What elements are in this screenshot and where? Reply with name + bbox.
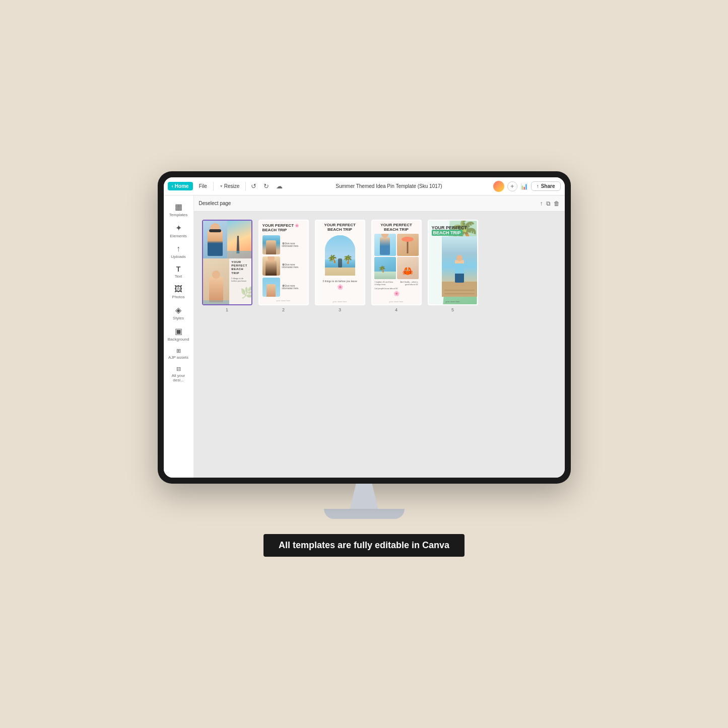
page-thumb-inner-2: YOUR PERFECT 🌸 BEACH TRIP: [258, 220, 309, 305]
sidebar-item-allyour[interactable]: ⊟ All your desi...: [165, 363, 191, 385]
page2-photo-1: ① Give more information here.: [262, 235, 305, 254]
delete-button[interactable]: 🗑: [554, 200, 560, 207]
add-user-button[interactable]: +: [507, 181, 517, 191]
sidebar-item-photos[interactable]: 🖼 Photos: [165, 282, 191, 302]
page-number-1: 1: [226, 307, 228, 312]
page4-cell-4: 🦀: [397, 257, 419, 279]
topbar: ‹ Home File Resize ↺ ↻ ☁ Summer Themed I…: [164, 177, 565, 195]
cloud-button[interactable]: ☁: [274, 181, 285, 191]
page-thumb-4[interactable]: YOUR PERFECT BEACH TRIP: [371, 220, 422, 312]
page2-photo-3: ③ Give more information here.: [262, 278, 305, 297]
ajp-icon: ⊞: [176, 348, 181, 354]
page2-name: your name here: [259, 298, 308, 303]
page-thumb-5[interactable]: 🌴 YOUR PERFECT BEACH TRIP: [428, 220, 478, 312]
page3-arch: 🌴 🌴: [325, 235, 355, 276]
share-button[interactable]: ↑ Share: [531, 181, 561, 191]
page-thumb-inner-3: YOUR PERFECT BEACH TRIP: [315, 220, 365, 305]
canvas-area: Deselect page ↑ ⧉ 🗑: [194, 195, 565, 478]
page1-design: 🌿: [203, 221, 251, 304]
page-thumb-inner-5: 🌴 YOUR PERFECT BEACH TRIP: [428, 220, 478, 305]
monitor-screen: ‹ Home File Resize ↺ ↻ ☁ Summer Themed I…: [164, 177, 565, 478]
chevron-left-icon: ‹: [172, 183, 173, 189]
page3-title: YOUR PERFECT BEACH TRIP: [316, 221, 364, 233]
page2-photo-2: ② Give more information here.: [262, 256, 305, 276]
templates-icon: ▦: [175, 202, 182, 212]
page1-left-bottom: [203, 258, 230, 304]
page2-title: YOUR PERFECT 🌸 BEACH TRIP: [262, 224, 305, 233]
redo-button[interactable]: ↻: [261, 181, 271, 191]
page2-flower: 🌸: [295, 224, 299, 227]
resize-button[interactable]: Resize: [217, 182, 243, 190]
page-thumb-2[interactable]: YOUR PERFECT 🌸 BEACH TRIP: [258, 220, 309, 312]
topbar-right: + 📊 ↑ Share: [493, 181, 561, 192]
chart-button[interactable]: 📊: [520, 183, 528, 190]
file-label: File: [199, 183, 207, 189]
page1-photo-top-left: [203, 221, 227, 258]
page4-title: YOUR PERFECT BEACH TRIP: [372, 221, 421, 234]
pages-row: 🌿: [202, 220, 557, 312]
page-number-5: 5: [451, 307, 454, 312]
page4-cell-3: 🌴: [374, 257, 396, 279]
sidebar-item-text[interactable]: T Text: [165, 262, 191, 281]
home-label: Home: [175, 183, 189, 189]
avatar: [493, 181, 504, 192]
photos-icon: 🖼: [174, 285, 182, 294]
elements-label: Elements: [170, 234, 186, 238]
home-button[interactable]: ‹ Home: [168, 182, 193, 190]
sidebar-item-background[interactable]: ▣ Background: [165, 324, 191, 344]
page-thumb-inner-1: 🌿: [202, 220, 252, 305]
page-number-4: 4: [395, 307, 398, 312]
page2-photos: ① Give more information here.: [259, 234, 308, 299]
page4-photo-grid: 🌴 🦀: [372, 234, 421, 279]
topbar-divider-2: [245, 182, 246, 191]
export-button[interactable]: ↑: [540, 200, 543, 207]
page5-name: your name here: [429, 300, 477, 303]
page-thumb-1[interactable]: 🌿: [202, 220, 252, 312]
sidebar-item-styles[interactable]: ◈ Styles: [165, 303, 191, 323]
canvas-scroll[interactable]: 🌿: [194, 212, 565, 478]
page1-subtitle: 5 things to do before you leave: [231, 277, 249, 282]
undo-button[interactable]: ↺: [249, 181, 258, 191]
styles-label: Styles: [173, 316, 184, 320]
background-icon: ▣: [175, 326, 182, 336]
text-label: Text: [175, 274, 182, 279]
duplicate-button[interactable]: ⧉: [546, 200, 551, 207]
sidebar-item-elements[interactable]: ✦ Elements: [165, 221, 191, 241]
page4-cell-2: [397, 234, 419, 256]
sidebar: ▦ Templates ✦ Elements ↑ Uploads T Text: [164, 195, 194, 478]
page1-photo-row: [203, 221, 251, 258]
resize-label: Resize: [224, 183, 240, 189]
share-icon: ↑: [537, 183, 539, 189]
page2-design: YOUR PERFECT 🌸 BEACH TRIP: [259, 221, 308, 304]
file-button[interactable]: File: [196, 182, 210, 190]
page-thumb-inner-4: YOUR PERFECT BEACH TRIP: [371, 220, 422, 305]
uploads-label: Uploads: [171, 254, 185, 259]
stand-base: [324, 509, 405, 519]
background-label: Background: [168, 337, 189, 342]
page4-design: YOUR PERFECT BEACH TRIP: [372, 221, 421, 304]
page4-captions: I explain #1 and how it helps here. And …: [372, 279, 421, 287]
main-content: ▦ Templates ✦ Elements ↑ Uploads T Text: [164, 195, 565, 478]
page2-header: YOUR PERFECT 🌸 BEACH TRIP: [259, 221, 308, 234]
templates-label: Templates: [169, 213, 187, 217]
deselect-label[interactable]: Deselect page: [199, 201, 231, 206]
page4-name: your name here: [372, 300, 421, 303]
page1-title-text: YOUR PERFECT BEACH TRIP: [231, 260, 249, 275]
sidebar-item-templates[interactable]: ▦ Templates: [165, 200, 191, 220]
monitor-container: ‹ Home File Resize ↺ ↻ ☁ Summer Themed I…: [158, 171, 571, 557]
page3-design: YOUR PERFECT BEACH TRIP: [316, 221, 364, 304]
page5-title: YOUR PERFECT BEACH TRIP: [432, 226, 474, 236]
page5-photo: [442, 236, 477, 297]
leaf-deco-br: 🌿: [240, 286, 251, 299]
topbar-title: Summer Themed Idea Pin Template (Sku 101…: [288, 183, 490, 189]
page-thumb-3[interactable]: YOUR PERFECT BEACH TRIP: [315, 220, 365, 312]
sidebar-item-ajp[interactable]: ⊞ AJP assets: [165, 345, 191, 362]
page4-cell-1: [374, 234, 396, 256]
text-icon: T: [176, 265, 181, 273]
allyour-label: All your desi...: [167, 373, 189, 382]
sidebar-item-uploads[interactable]: ↑ Uploads: [165, 242, 191, 261]
page5-title-block: YOUR PERFECT BEACH TRIP: [432, 226, 474, 236]
allyour-icon: ⊟: [176, 366, 181, 372]
canvas-toolbar-actions: ↑ ⧉ 🗑: [540, 200, 560, 207]
monitor-outer: ‹ Home File Resize ↺ ↻ ☁ Summer Themed I…: [158, 171, 571, 484]
